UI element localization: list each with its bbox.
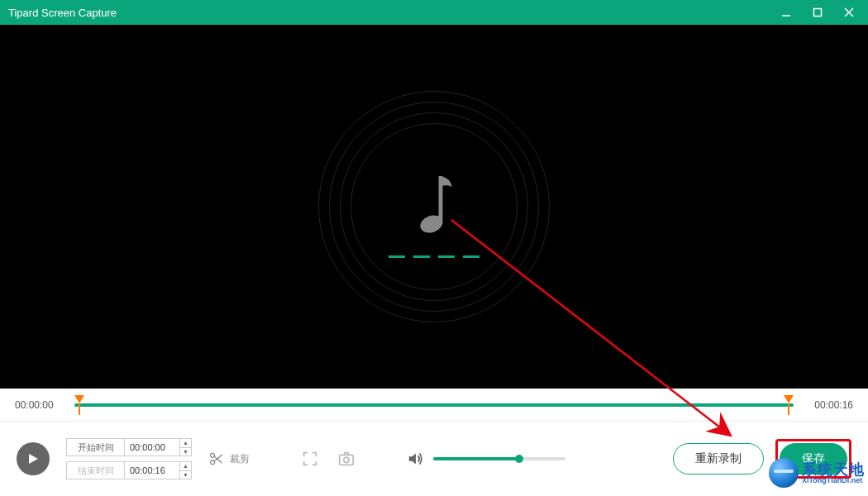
end-time-value: 00:00:16 (130, 465, 165, 475)
preview-area (0, 25, 868, 389)
watermark-text-en: XiTongTianDi.net (802, 477, 865, 484)
svg-rect-10 (340, 455, 354, 465)
timeline-end-marker[interactable] (784, 395, 794, 403)
start-time-row: 开始时间 00:00:00 ▲▼ (66, 438, 192, 456)
end-time-row: 结束时间 00:00:16 ▲▼ (66, 461, 192, 479)
start-time-stepper[interactable]: ▲▼ (179, 439, 191, 455)
time-fields: 开始时间 00:00:00 ▲▼ 结束时间 00:00:16 ▲▼ (66, 438, 192, 479)
watermark: 系统天地 XiTongTianDi.net (769, 458, 865, 488)
svg-point-11 (344, 457, 349, 462)
crop-tool[interactable]: 裁剪 (208, 451, 250, 467)
controls-row: 开始时间 00:00:00 ▲▼ 结束时间 00:00:16 ▲▼ 裁剪 (0, 422, 868, 496)
minimize-button[interactable] (775, 2, 797, 23)
start-time-input[interactable]: 00:00:00 ▲▼ (124, 438, 192, 456)
snapshot-button[interactable] (336, 448, 357, 470)
maximize-button[interactable] (807, 2, 828, 23)
speaker-icon[interactable] (407, 450, 425, 468)
end-time-input[interactable]: 00:00:16 ▲▼ (124, 461, 192, 479)
close-button[interactable] (838, 2, 860, 23)
fullscreen-icon (301, 450, 319, 468)
volume-slider[interactable] (433, 457, 565, 460)
tool-icons (299, 448, 357, 470)
svg-marker-5 (29, 454, 38, 464)
end-time-label: 结束时间 (66, 461, 124, 479)
start-time-label: 开始时间 (66, 438, 124, 456)
start-time-value: 00:00:00 (130, 442, 165, 452)
audio-visualizer (310, 83, 558, 331)
play-button[interactable] (17, 442, 50, 475)
timeline-start-marker[interactable] (74, 395, 84, 403)
rerecord-button[interactable]: 重新录制 (673, 443, 764, 475)
timeline-end-time: 00:00:16 (804, 399, 853, 411)
app-title: Tipard Screen Capture (8, 7, 775, 19)
watermark-globe-icon (769, 458, 799, 488)
camera-icon (337, 450, 355, 468)
fullscreen-button[interactable] (299, 448, 321, 470)
crop-label: 裁剪 (230, 452, 250, 466)
titlebar: Tipard Screen Capture (0, 0, 868, 25)
volume-control (407, 450, 565, 468)
svg-marker-12 (409, 454, 416, 465)
audio-bars (389, 255, 479, 258)
watermark-text-cn: 系统天地 (802, 462, 865, 477)
timeline-track[interactable] (74, 397, 794, 413)
end-time-stepper[interactable]: ▲▼ (179, 462, 191, 479)
timeline: 00:00:00 00:00:16 (0, 389, 868, 422)
svg-rect-1 (814, 9, 822, 17)
scissors-icon (208, 451, 225, 467)
timeline-start-time: 00:00:00 (15, 399, 64, 411)
window-controls (775, 2, 860, 23)
